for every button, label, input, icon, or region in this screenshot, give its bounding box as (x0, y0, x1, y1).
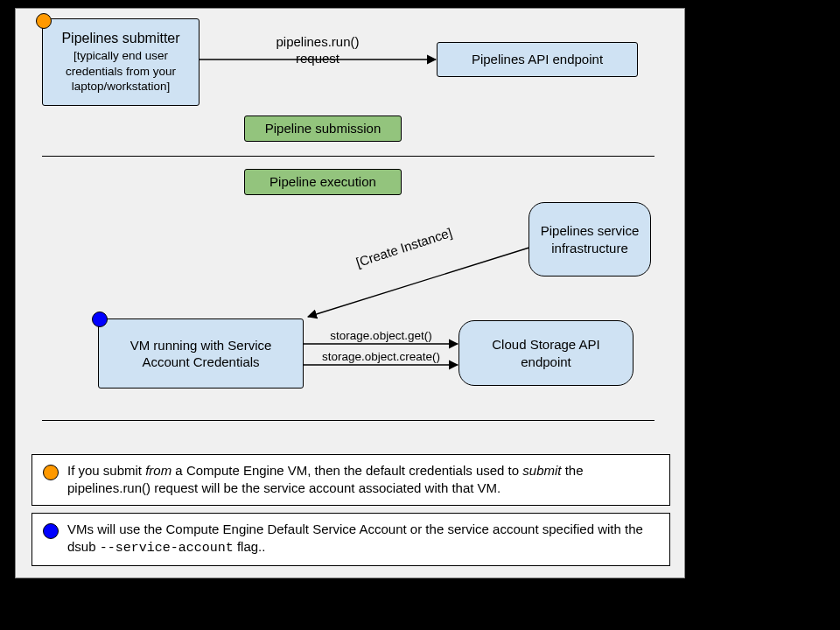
submitter-title: Pipelines submitter (61, 30, 179, 48)
phase-execution: Pipeline execution (244, 169, 402, 195)
box-storage-endpoint: Cloud Storage API endpoint (458, 320, 634, 386)
edge-storage-get-label: storage.object.get() (304, 329, 458, 344)
edge-storage-create-label: storage.object.create() (304, 350, 458, 365)
edge-run-label: pipelines.run() request (248, 34, 388, 67)
edge-create-instance-label: [Create Instance] (328, 216, 480, 279)
phase-submission: Pipeline submission (244, 116, 402, 142)
box-pipelines-submitter: Pipelines submitter [typically end user … (42, 18, 200, 106)
svg-line-1 (308, 247, 532, 317)
box-service-infra: Pipelines service infrastructure (528, 202, 651, 276)
note-orange: If you submit from a Compute Engine VM, … (32, 454, 670, 506)
marker-blue (92, 312, 108, 327)
note-orange-dot (43, 465, 59, 480)
note-blue-dot (43, 523, 59, 539)
divider-1 (42, 156, 654, 157)
submitter-subtitle: [typically end user credentials from you… (43, 48, 199, 94)
box-api-endpoint: Pipelines API endpoint (437, 42, 638, 77)
diagram-canvas: Pipelines submitter [typically end user … (15, 8, 685, 578)
divider-2 (42, 420, 654, 421)
note-blue: VMs will use the Compute Engine Default … (32, 513, 670, 566)
marker-orange (36, 13, 52, 29)
box-vm: VM running with Service Account Credenti… (98, 318, 304, 388)
